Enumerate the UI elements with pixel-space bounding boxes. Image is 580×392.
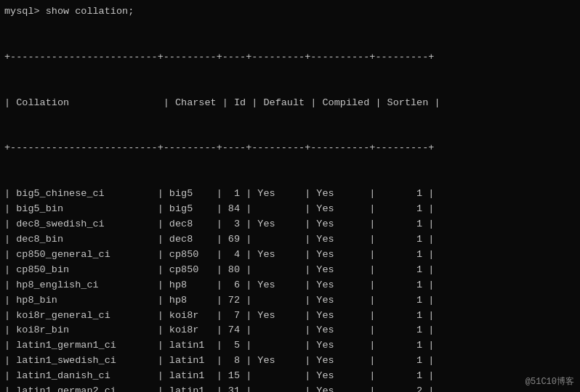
table-row: | hp8_bin | hp8 | 72 | | Yes | 1 | bbox=[4, 293, 576, 309]
separator-top: +-------------------------+---------+---… bbox=[4, 50, 576, 65]
table-row: | koi8r_general_ci | koi8r | 7 | Yes | Y… bbox=[4, 309, 576, 324]
table-row: | latin1_swedish_ci | latin1 | 8 | Yes |… bbox=[4, 354, 576, 369]
table-row: | cp850_general_ci | cp850 | 4 | Yes | Y… bbox=[4, 248, 576, 263]
table-container: +-------------------------+---------+---… bbox=[4, 20, 576, 392]
table-row: | latin1_danish_ci | latin1 | 15 | | Yes… bbox=[4, 369, 576, 384]
separator-mid: +-------------------------+---------+---… bbox=[4, 141, 576, 156]
table-row: | dec8_swedish_ci | dec8 | 3 | Yes | Yes… bbox=[4, 217, 576, 232]
table-row: | cp850_bin | cp850 | 80 | | Yes | 1 | bbox=[4, 263, 576, 278]
table-header: | Collation | Charset | Id | Default | C… bbox=[4, 96, 576, 111]
table-row: | latin1_german2_ci | latin1 | 31 | | Ye… bbox=[4, 384, 576, 392]
terminal: mysql> show collation; +----------------… bbox=[4, 6, 576, 392]
table-row: | dec8_bin | dec8 | 69 | | Yes | 1 | bbox=[4, 232, 576, 248]
watermark: @51C10博客 bbox=[525, 375, 574, 388]
table-row: | latin1_german1_ci | latin1 | 5 | | Yes… bbox=[4, 338, 576, 354]
command-line: mysql> show collation; bbox=[4, 6, 576, 17]
table-body: | big5_chinese_ci | big5 | 1 | Yes | Yes… bbox=[4, 187, 576, 392]
table-row: | big5_bin | big5 | 84 | | Yes | 1 | bbox=[4, 202, 576, 217]
table-row: | big5_chinese_ci | big5 | 1 | Yes | Yes… bbox=[4, 187, 576, 202]
table-row: | hp8_english_ci | hp8 | 6 | Yes | Yes |… bbox=[4, 278, 576, 293]
table-row: | koi8r_bin | koi8r | 74 | | Yes | 1 | bbox=[4, 323, 576, 338]
